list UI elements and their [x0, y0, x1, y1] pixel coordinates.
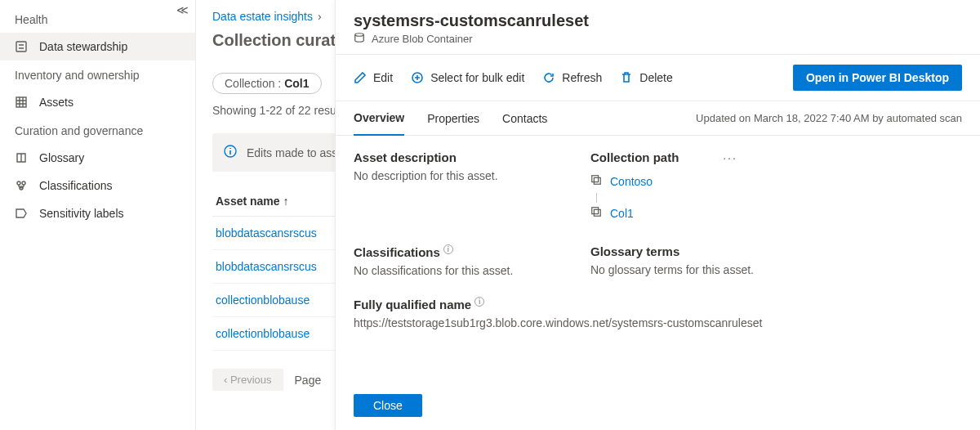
fqn-heading: Fully qualified namei — [354, 297, 962, 311]
info-icon[interactable]: i — [443, 244, 453, 254]
stewardship-icon — [15, 40, 28, 53]
more-icon[interactable]: ··· — [723, 151, 737, 164]
classifications-block: Classificationsi No classifications for … — [354, 244, 566, 277]
overview-body: Asset description No description for thi… — [336, 136, 980, 386]
sidebar-item-label: Glossary — [39, 151, 84, 164]
chevron-right-icon: › — [313, 10, 327, 23]
svg-rect-10 — [592, 208, 599, 214]
nav-section-health: Health — [0, 5, 195, 33]
collection-icon — [590, 206, 602, 220]
updated-by-link[interactable]: automated scan — [886, 112, 962, 124]
glossary-block: Glossary terms No glossary terms for thi… — [590, 244, 962, 277]
collection-path-block: Collection path ··· Contoso Col1 — [590, 150, 962, 225]
fqn-block: Fully qualified namei https://teststorag… — [354, 297, 962, 329]
tab-overview[interactable]: Overview — [354, 101, 404, 136]
svg-rect-9 — [594, 177, 600, 184]
sidebar-item-sensitivity[interactable]: Sensitivity labels — [0, 199, 195, 227]
asset-description-heading: Asset description — [354, 150, 566, 164]
tab-contacts[interactable]: Contacts — [502, 102, 547, 135]
path-connector — [596, 193, 962, 203]
asset-detail-panel: systemsrs-customscanruleset Azure Blob C… — [335, 0, 980, 430]
close-button[interactable]: Close — [354, 394, 422, 417]
glossary-heading: Glossary terms — [590, 244, 962, 258]
trash-icon — [620, 71, 633, 84]
svg-rect-1 — [16, 97, 26, 107]
pill-value: Col1 — [284, 77, 309, 90]
sidebar-item-label: Sensitivity labels — [39, 207, 124, 220]
info-icon — [224, 145, 237, 160]
svg-rect-8 — [592, 176, 599, 182]
svg-point-2 — [17, 181, 20, 185]
svg-point-6 — [355, 34, 364, 37]
sidebar-item-data-stewardship[interactable]: Data stewardship — [0, 33, 195, 60]
refresh-icon — [542, 71, 555, 84]
panel-title: systemsrs-customscanruleset — [354, 11, 962, 30]
nav-collapse-icon[interactable]: ≪ — [176, 3, 189, 16]
plus-circle-icon — [411, 71, 424, 84]
collection-icon — [590, 174, 602, 188]
sidebar-item-assets[interactable]: Assets — [0, 88, 195, 116]
asset-type: Azure Blob Container — [372, 33, 473, 45]
refresh-button[interactable]: Refresh — [542, 71, 602, 84]
sidebar-item-label: Data stewardship — [39, 40, 127, 53]
class-icon — [15, 179, 28, 192]
breadcrumb-root[interactable]: Data estate insights — [212, 10, 313, 23]
pill-prefix: Collection : — [225, 77, 284, 90]
fqn-value: https://teststorage1sub1rg3.blob.core.wi… — [354, 316, 962, 329]
collection-link-root[interactable]: Contoso — [610, 175, 653, 188]
page-label: Page — [295, 374, 322, 387]
classifications-value: No classifications for this asset. — [354, 264, 566, 277]
svg-rect-0 — [16, 42, 26, 52]
glossary-value: No glossary terms for this asset. — [590, 263, 962, 276]
label-icon — [15, 207, 28, 220]
grid-icon — [15, 96, 28, 109]
panel-toolbar: Edit Select for bulk edit Refresh Delete… — [336, 54, 980, 101]
svg-rect-11 — [594, 209, 600, 216]
sidebar-item-label: Classifications — [39, 179, 112, 192]
asset-description-block: Asset description No description for thi… — [354, 150, 566, 225]
svg-point-3 — [22, 181, 25, 185]
asset-description-value: No description for this asset. — [354, 169, 566, 182]
tabs: Overview Properties Contacts Updated on … — [336, 101, 980, 136]
sidebar-item-classifications[interactable]: Classifications — [0, 172, 195, 199]
collection-link-child[interactable]: Col1 — [610, 207, 634, 220]
bulk-edit-button[interactable]: Select for bulk edit — [411, 71, 524, 84]
banner-text: Edits made to ass — [247, 146, 337, 159]
edit-button[interactable]: Edit — [354, 71, 393, 84]
pencil-icon — [354, 71, 367, 84]
sidebar-item-glossary[interactable]: Glossary — [0, 144, 195, 172]
tab-properties[interactable]: Properties — [427, 102, 479, 135]
storage-icon — [354, 32, 365, 46]
nav-section-curation: Curation and governance — [0, 116, 195, 144]
sort-asc-icon: ↑ — [283, 195, 288, 208]
nav-section-inventory: Inventory and ownership — [0, 60, 195, 88]
sidebar-item-label: Assets — [39, 96, 74, 109]
left-nav: ≪ Health Data stewardship Inventory and … — [0, 0, 196, 430]
filter-pill-collection[interactable]: Collection : Col1 — [212, 73, 322, 94]
previous-button[interactable]: ‹ Previous — [212, 369, 283, 391]
info-icon[interactable]: i — [474, 297, 484, 307]
collection-path-heading: Collection path — [590, 150, 679, 164]
updated-timestamp: Updated on March 18, 2022 7:40 AM by aut… — [696, 102, 962, 134]
book-icon — [15, 151, 28, 164]
delete-button[interactable]: Delete — [620, 71, 672, 84]
classifications-heading: Classificationsi — [354, 244, 566, 259]
open-powerbi-button[interactable]: Open in Power BI Desktop — [793, 65, 962, 91]
panel-footer: Close — [336, 386, 980, 430]
